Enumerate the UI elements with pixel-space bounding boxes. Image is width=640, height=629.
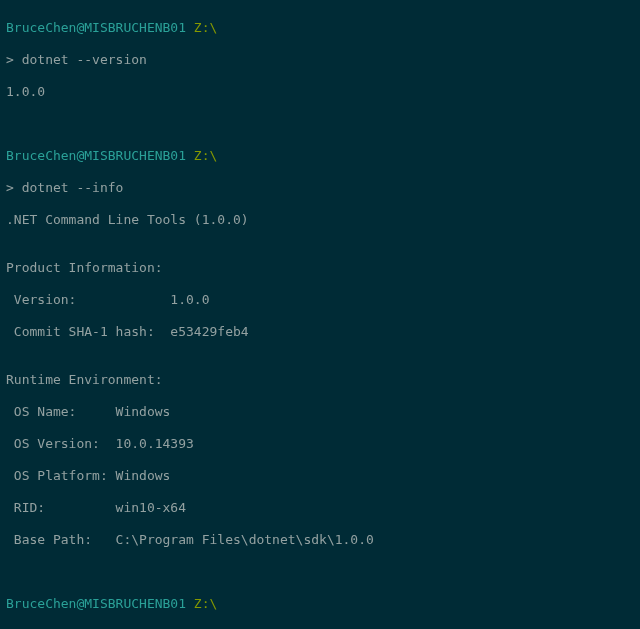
command-text: dotnet --info [22,180,124,195]
output-line: Base Path: C:\Program Files\dotnet\sdk\1… [6,532,634,548]
terminal-window[interactable]: BruceChen@MISBRUCHENB01 Z:\ > dotnet --v… [0,0,640,629]
prompt-symbol: > [6,180,22,195]
output-line: Runtime Environment: [6,372,634,388]
path-segment: Z:\ [186,20,217,35]
output-blank [6,116,634,132]
output-line: OS Version: 10.0.14393 [6,436,634,452]
prompt-line-3: BruceChen@MISBRUCHENB01 Z:\ [6,596,634,612]
output-line: Version: 1.0.0 [6,292,634,308]
output-line: Commit SHA-1 hash: e53429feb4 [6,324,634,340]
output-line: Product Information: [6,260,634,276]
user-name: BruceChen [6,20,76,35]
path-segment: Z:\ [186,596,217,611]
prompt-line-1: BruceChen@MISBRUCHENB01 Z:\ [6,20,634,36]
prompt-symbol: > [6,52,22,67]
command-line-1: > dotnet --version [6,52,634,68]
host-name: MISBRUCHENB01 [84,20,186,35]
output-line: OS Platform: Windows [6,468,634,484]
output-blank [6,564,634,580]
output-line: RID: win10-x64 [6,500,634,516]
command-line-2: > dotnet --info [6,180,634,196]
host-name: MISBRUCHENB01 [84,148,186,163]
output-line: .NET Command Line Tools (1.0.0) [6,212,634,228]
path-segment: Z:\ [186,148,217,163]
command-text: dotnet --version [22,52,147,67]
user-name: BruceChen [6,148,76,163]
output-line: 1.0.0 [6,84,634,100]
output-line: OS Name: Windows [6,404,634,420]
host-name: MISBRUCHENB01 [84,596,186,611]
user-name: BruceChen [6,596,76,611]
prompt-line-2: BruceChen@MISBRUCHENB01 Z:\ [6,148,634,164]
